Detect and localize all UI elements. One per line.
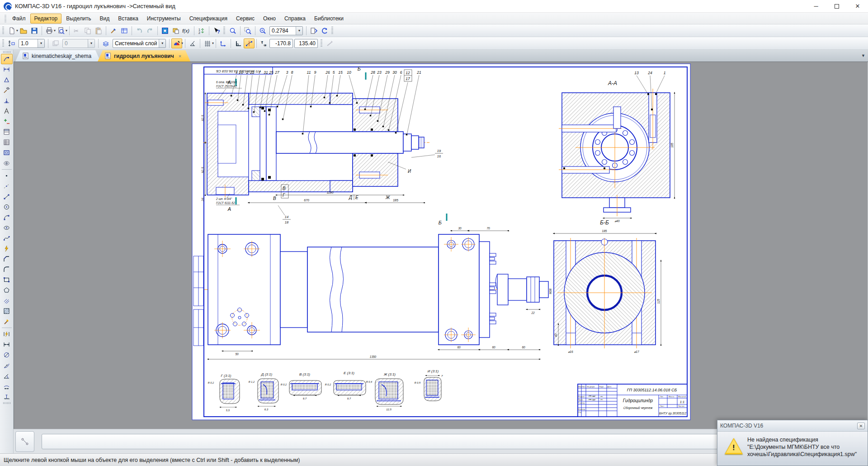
tab-list-arrow-icon[interactable]: ▼: [861, 53, 865, 58]
dim-datum[interactable]: [1, 391, 13, 402]
tab-kinematicheskaja-shema[interactable]: kinematicheskajr_shema: [15, 50, 100, 62]
tool-insert[interactable]: [1, 147, 13, 158]
tool-selection[interactable]: [1, 116, 13, 127]
compact-panel: [0, 50, 14, 453]
print-button[interactable]: [44, 26, 55, 36]
menu-editor[interactable]: Редактор: [30, 14, 62, 24]
draw-spline[interactable]: [1, 233, 13, 243]
line-scale-combo[interactable]: 1.0▾: [19, 39, 45, 48]
angle-snap-button[interactable]: [187, 38, 198, 48]
draw-curve[interactable]: [1, 243, 13, 254]
draw-arc[interactable]: [1, 212, 13, 223]
grid-caret[interactable]: ▾: [212, 41, 214, 45]
copies-arrow-icon[interactable]: ▾: [88, 39, 94, 48]
menu-file[interactable]: Файл: [8, 14, 30, 24]
tool-reports[interactable]: [1, 137, 13, 147]
quick-line-button[interactable]: [325, 38, 335, 48]
draw-hatch[interactable]: [1, 306, 13, 316]
tool-dimensions[interactable]: [1, 64, 13, 75]
draw-segment[interactable]: [1, 191, 13, 202]
layer-combo[interactable]: Системный слой▾: [113, 39, 166, 48]
open-button[interactable]: [18, 26, 29, 36]
menu-service[interactable]: Сервис: [232, 14, 259, 24]
drawing-canvas[interactable]: ГП 30305112.14.06.018 СБ: [14, 62, 868, 429]
menu-libraries[interactable]: Библиотеки: [310, 14, 348, 24]
notification-popup[interactable]: КОМПАС-3D V16 ✕ ! Не найдена спецификаци…: [717, 420, 868, 466]
paste-button[interactable]: [93, 26, 104, 36]
line-scale-arrow-icon[interactable]: ▾: [38, 39, 44, 48]
dim-radius[interactable]: [1, 360, 13, 371]
title-block[interactable]: ГП 30305112.14.06.018 СБ Гидроцилиндр Сб…: [578, 384, 687, 417]
menu-insert[interactable]: Вставка: [114, 14, 142, 24]
draw-hatch-lines[interactable]: [1, 295, 13, 306]
window-layout-button[interactable]: [170, 26, 181, 36]
zoom-combo-arrow-icon[interactable]: ▾: [296, 27, 302, 35]
tool-parameterization[interactable]: [1, 95, 13, 106]
preview-caret[interactable]: ▾: [66, 29, 67, 33]
snap-toggle[interactable]: [244, 38, 255, 48]
zoom-in-button[interactable]: [257, 26, 268, 36]
zoom-combo[interactable]: 0.2784▾: [269, 26, 303, 35]
context-help-button[interactable]: ?: [211, 26, 222, 36]
drawing-area[interactable]: ГП 30305112.14.06.018 СБ: [14, 62, 868, 429]
tab-close-icon[interactable]: ×: [179, 53, 181, 59]
minimize-button[interactable]: ─: [806, 0, 826, 13]
menu-select[interactable]: Выделить: [62, 14, 95, 24]
tool-specification[interactable]: [1, 127, 13, 137]
draw-fillet[interactable]: [1, 264, 13, 275]
save-button[interactable]: [29, 26, 40, 36]
grid-button[interactable]: [202, 38, 213, 48]
redo-button[interactable]: [145, 26, 156, 36]
variables-button[interactable]: f(x): [181, 26, 192, 36]
dim-angle[interactable]: [1, 371, 13, 381]
coord-y-input[interactable]: [294, 39, 318, 48]
layer-arrow-icon[interactable]: ▾: [159, 39, 165, 48]
tool-measure[interactable]: [1, 106, 13, 116]
dim-diameter[interactable]: [1, 350, 13, 360]
notification-close-icon[interactable]: ✕: [857, 423, 865, 429]
draw-circle[interactable]: [1, 202, 13, 212]
aux-mini-panel[interactable]: [15, 431, 34, 452]
copies-combo[interactable]: 0▾: [62, 39, 95, 48]
menu-tools[interactable]: Инструменты: [143, 14, 185, 24]
local-cs-button[interactable]: [218, 38, 229, 48]
new-document-button[interactable]: [6, 26, 17, 36]
draw-format-brush[interactable]: [1, 316, 13, 327]
tool-geometry[interactable]: [1, 54, 13, 64]
zoom-selected-button[interactable]: [227, 26, 238, 36]
undo-button[interactable]: [134, 26, 145, 36]
copy-button[interactable]: [82, 26, 93, 36]
dim-linear[interactable]: [1, 339, 13, 350]
new-window-button[interactable]: [160, 26, 170, 36]
menu-help[interactable]: Справка: [280, 14, 310, 24]
draw-chamfer[interactable]: [1, 254, 13, 264]
zoom-window-button[interactable]: [242, 26, 253, 36]
tab-gidrocil-lukjanovich[interactable]: гидроцил лукъянович ×: [98, 50, 190, 62]
tool-designations[interactable]: [1, 75, 13, 85]
tool-macro[interactable]: [1, 158, 13, 168]
refresh-view-button[interactable]: [319, 26, 330, 36]
dim-auto[interactable]: [1, 329, 13, 339]
object-properties-button[interactable]: [119, 26, 130, 36]
close-button[interactable]: ✕: [847, 0, 868, 13]
tool-editing[interactable]: [1, 85, 13, 95]
menu-specification[interactable]: Спецификация: [185, 14, 231, 24]
menu-view[interactable]: Вид: [96, 14, 114, 24]
coord-x-input[interactable]: [269, 39, 293, 48]
line-style-toggle[interactable]: [171, 38, 182, 48]
format-painter-button[interactable]: [108, 26, 119, 36]
fit-document-button[interactable]: [308, 26, 319, 36]
dim-arc[interactable]: [1, 381, 13, 391]
draw-polygon[interactable]: [1, 285, 13, 295]
cut-button[interactable]: ✂: [71, 26, 82, 36]
maximize-button[interactable]: [826, 0, 847, 13]
draw-point[interactable]: [1, 171, 13, 181]
draw-rectangle[interactable]: [1, 275, 13, 285]
ortho-button[interactable]: [233, 38, 244, 48]
draw-ellipse[interactable]: [1, 223, 13, 233]
sort-objects-button[interactable]: 12: [196, 26, 207, 36]
print-preview-button[interactable]: [56, 26, 66, 36]
draw-aux-line[interactable]: [1, 181, 13, 191]
line-style-caret[interactable]: ▾: [181, 41, 183, 45]
menu-window[interactable]: Окно: [259, 14, 280, 24]
